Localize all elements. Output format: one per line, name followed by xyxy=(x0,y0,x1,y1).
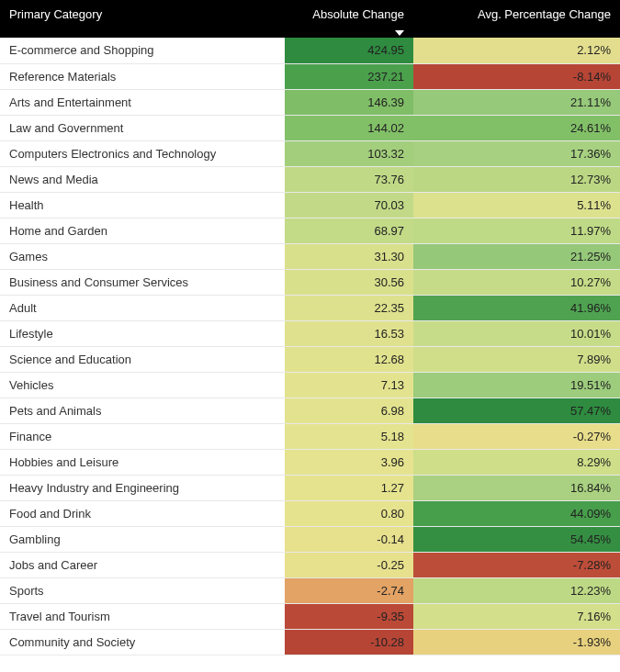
cell-absolute: -2.74 xyxy=(285,577,413,603)
cell-percent: -0.27% xyxy=(413,423,620,449)
table-row[interactable]: Computers Electronics and Technology103.… xyxy=(0,140,620,166)
table-row[interactable]: E-commerce and Shopping424.952.12% xyxy=(0,38,620,63)
cell-percent: -7.28% xyxy=(413,552,620,577)
header-category-label: Primary Category xyxy=(9,7,102,21)
table-row[interactable]: Home and Garden68.9711.97% xyxy=(0,218,620,243)
cell-category: Heavy Industry and Engineering xyxy=(0,475,285,500)
cell-percent: 24.61% xyxy=(413,115,620,140)
cell-category: Science and Education xyxy=(0,346,285,372)
cell-absolute: 103.32 xyxy=(285,140,413,166)
table-row[interactable]: Heavy Industry and Engineering1.2716.84% xyxy=(0,475,620,500)
cell-absolute: 73.76 xyxy=(285,166,413,192)
table-body: E-commerce and Shopping424.952.12%Refere… xyxy=(0,38,620,655)
cell-absolute: 16.53 xyxy=(285,320,413,346)
cell-percent: 54.45% xyxy=(413,526,620,552)
table-row[interactable]: News and Media73.7612.73% xyxy=(0,166,620,192)
cell-percent: 7.16% xyxy=(413,603,620,629)
table-row[interactable]: Sports-2.7412.23% xyxy=(0,577,620,603)
table-header: Primary Category Absolute Change Avg. Pe… xyxy=(0,0,620,38)
table-row[interactable]: Health70.035.11% xyxy=(0,192,620,218)
table-row[interactable]: Business and Consumer Services30.5610.27… xyxy=(0,269,620,295)
cell-absolute: 0.80 xyxy=(285,500,413,526)
cell-percent: 2.12% xyxy=(413,38,620,63)
table-row[interactable]: Community and Society-10.28-1.93% xyxy=(0,629,620,655)
cell-percent: 16.84% xyxy=(413,475,620,500)
table-row[interactable]: Pets and Animals6.9857.47% xyxy=(0,398,620,423)
table-row[interactable]: Adult22.3541.96% xyxy=(0,295,620,320)
cell-category: Law and Government xyxy=(0,115,285,140)
cell-percent: 21.11% xyxy=(413,89,620,115)
cell-absolute: -0.25 xyxy=(285,552,413,577)
header-category[interactable]: Primary Category xyxy=(0,0,285,38)
cell-absolute: -0.14 xyxy=(285,526,413,552)
cell-absolute: -9.35 xyxy=(285,603,413,629)
cell-percent: 11.97% xyxy=(413,218,620,243)
cell-percent: 19.51% xyxy=(413,372,620,398)
table-row[interactable]: Travel and Tourism-9.357.16% xyxy=(0,603,620,629)
cell-percent: 10.01% xyxy=(413,320,620,346)
header-absolute-label: Absolute Change xyxy=(312,7,404,21)
cell-percent: 5.11% xyxy=(413,192,620,218)
cell-category: Adult xyxy=(0,295,285,320)
table-row[interactable]: Reference Materials237.21-8.14% xyxy=(0,63,620,89)
cell-absolute: 12.68 xyxy=(285,346,413,372)
cell-absolute: 70.03 xyxy=(285,192,413,218)
cell-category: Health xyxy=(0,192,285,218)
cell-category: Jobs and Career xyxy=(0,552,285,577)
table-row[interactable]: Jobs and Career-0.25-7.28% xyxy=(0,552,620,577)
cell-percent: 10.27% xyxy=(413,269,620,295)
cell-absolute: 237.21 xyxy=(285,63,413,89)
table-row[interactable]: Law and Government144.0224.61% xyxy=(0,115,620,140)
cell-percent: 12.23% xyxy=(413,577,620,603)
header-percent-label: Avg. Percentage Change xyxy=(478,7,611,21)
table-row[interactable]: Games31.3021.25% xyxy=(0,243,620,269)
cell-absolute: 30.56 xyxy=(285,269,413,295)
cell-category: Reference Materials xyxy=(0,63,285,89)
data-table: Primary Category Absolute Change Avg. Pe… xyxy=(0,0,620,655)
table-row[interactable]: Food and Drink0.8044.09% xyxy=(0,500,620,526)
cell-absolute: 22.35 xyxy=(285,295,413,320)
cell-absolute: -10.28 xyxy=(285,629,413,655)
cell-category: Hobbies and Leisure xyxy=(0,449,285,475)
cell-category: Pets and Animals xyxy=(0,398,285,423)
cell-percent: 41.96% xyxy=(413,295,620,320)
cell-category: Games xyxy=(0,243,285,269)
cell-absolute: 1.27 xyxy=(285,475,413,500)
cell-category: Arts and Entertainment xyxy=(0,89,285,115)
cell-absolute: 3.96 xyxy=(285,449,413,475)
cell-absolute: 31.30 xyxy=(285,243,413,269)
cell-absolute: 5.18 xyxy=(285,423,413,449)
table-row[interactable]: Arts and Entertainment146.3921.11% xyxy=(0,89,620,115)
table-row[interactable]: Lifestyle16.5310.01% xyxy=(0,320,620,346)
cell-category: Community and Society xyxy=(0,629,285,655)
cell-category: Travel and Tourism xyxy=(0,603,285,629)
cell-category: Food and Drink xyxy=(0,500,285,526)
cell-category: News and Media xyxy=(0,166,285,192)
cell-category: Gambling xyxy=(0,526,285,552)
cell-percent: 57.47% xyxy=(413,398,620,423)
header-percent[interactable]: Avg. Percentage Change xyxy=(413,0,620,38)
cell-percent: 44.09% xyxy=(413,500,620,526)
cell-category: Computers Electronics and Technology xyxy=(0,140,285,166)
table-row[interactable]: Hobbies and Leisure3.968.29% xyxy=(0,449,620,475)
cell-category: Business and Consumer Services xyxy=(0,269,285,295)
cell-category: E-commerce and Shopping xyxy=(0,38,285,63)
cell-percent: 17.36% xyxy=(413,140,620,166)
cell-absolute: 424.95 xyxy=(285,38,413,63)
cell-absolute: 146.39 xyxy=(285,89,413,115)
cell-category: Lifestyle xyxy=(0,320,285,346)
cell-category: Sports xyxy=(0,577,285,603)
cell-absolute: 68.97 xyxy=(285,218,413,243)
cell-category: Vehicles xyxy=(0,372,285,398)
cell-absolute: 6.98 xyxy=(285,398,413,423)
cell-percent: -8.14% xyxy=(413,63,620,89)
sort-desc-icon xyxy=(395,30,404,36)
table-row[interactable]: Science and Education12.687.89% xyxy=(0,346,620,372)
cell-absolute: 7.13 xyxy=(285,372,413,398)
cell-percent: 8.29% xyxy=(413,449,620,475)
header-absolute[interactable]: Absolute Change xyxy=(285,0,413,38)
table-row[interactable]: Finance5.18-0.27% xyxy=(0,423,620,449)
cell-percent: 21.25% xyxy=(413,243,620,269)
table-row[interactable]: Gambling-0.1454.45% xyxy=(0,526,620,552)
table-row[interactable]: Vehicles7.1319.51% xyxy=(0,372,620,398)
